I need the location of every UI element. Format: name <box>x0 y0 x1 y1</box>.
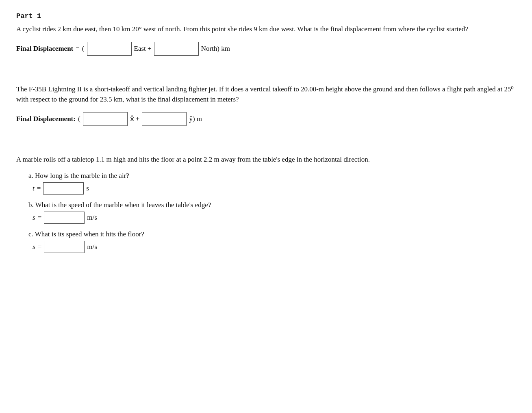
part2-x-input[interactable] <box>83 112 128 126</box>
part3-c-unit: m/s <box>87 243 97 251</box>
part1-header: Part 1 <box>16 12 516 20</box>
part3-b-unit: m/s <box>87 214 97 222</box>
part1-label: Final Displacement <box>16 45 73 53</box>
part3-a-label: a. How long is the marble in the air? <box>28 172 516 180</box>
part3-b-equation: s = m/s <box>33 212 516 224</box>
part3-a-input[interactable] <box>43 182 84 195</box>
part3-c-var: s <box>33 243 35 251</box>
part1-east-input[interactable] <box>87 42 132 56</box>
part3-c-label: c. What is its speed when it hits the fl… <box>28 230 516 238</box>
part3-c-equation: s = m/s <box>33 241 516 253</box>
part3-b-label: b. What is the speed of the marble when … <box>28 201 516 209</box>
part3-a-equation: t = s <box>33 182 516 195</box>
part2-section: The F-35B Lightning II is a short-takeof… <box>16 84 516 126</box>
part3-sub-c: c. What is its speed when it hits the fl… <box>28 230 516 253</box>
part3-c-equals: = <box>38 243 42 251</box>
part3-c-input[interactable] <box>44 241 85 253</box>
part3-b-equals: = <box>38 214 42 222</box>
part3-a-unit: s <box>86 184 89 192</box>
part1-problem-text: A cyclist rides 2 km due east, then 10 k… <box>16 24 516 35</box>
part3-a-equals: = <box>37 184 41 192</box>
part1-section: Part 1 A cyclist rides 2 km due east, th… <box>16 12 516 56</box>
part2-label: Final Displacement: <box>16 115 76 123</box>
part2-x-hat: x̂ + <box>130 115 140 123</box>
part1-east-label: East + <box>134 45 152 53</box>
part1-north-input[interactable] <box>154 42 199 56</box>
part1-equals: = <box>76 45 80 53</box>
part2-equation-row: Final Displacement: ( x̂ + ŷ) m <box>16 112 516 126</box>
part2-y-hat: ŷ) m <box>189 115 202 123</box>
part3-b-var: s <box>33 214 35 222</box>
part3-problem-text: A marble rolls off a tabletop 1.1 m high… <box>16 154 516 165</box>
part2-problem-text: The F-35B Lightning II is a short-takeof… <box>16 84 516 105</box>
part1-north-label: North) km <box>201 45 230 53</box>
part1-equation-row: Final Displacement = ( East + North) km <box>16 42 516 56</box>
part3-a-var: t <box>33 184 35 192</box>
part2-y-input[interactable] <box>142 112 187 126</box>
part3-sub-a: a. How long is the marble in the air? t … <box>28 172 516 195</box>
part3-section: A marble rolls off a tabletop 1.1 m high… <box>16 154 516 253</box>
part3-b-input[interactable] <box>44 212 85 224</box>
part3-sub-b: b. What is the speed of the marble when … <box>28 201 516 224</box>
part2-open-paren: ( <box>78 115 80 123</box>
part1-open-paren: ( <box>82 45 85 53</box>
